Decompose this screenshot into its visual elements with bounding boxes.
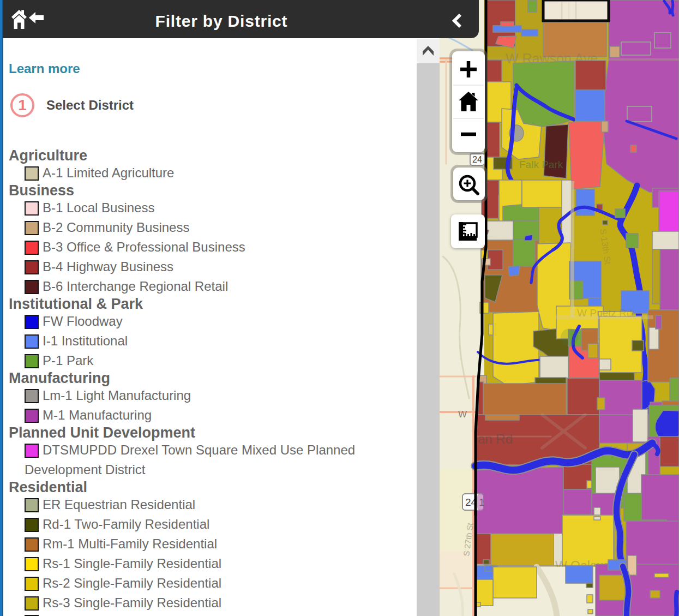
svg-text:1: 1: [479, 497, 485, 508]
svg-text:Falk Park: Falk Park: [519, 159, 563, 170]
svg-text:24: 24: [472, 155, 482, 164]
svg-text:W: W: [458, 409, 467, 420]
svg-text:an Rd: an Rd: [478, 432, 513, 446]
svg-text:W Puetz Rd: W Puetz Rd: [577, 307, 632, 319]
